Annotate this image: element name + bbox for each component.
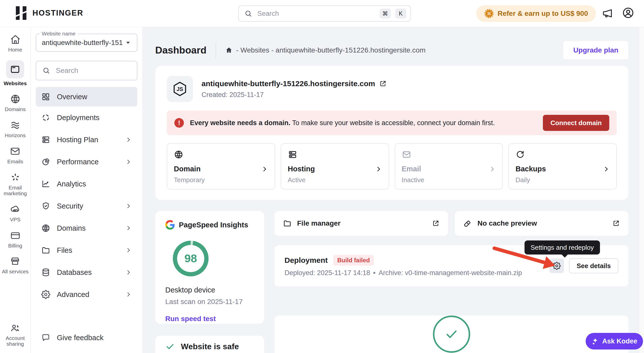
sparkle-icon <box>10 172 21 183</box>
see-details-button[interactable]: See details <box>569 258 618 273</box>
rail-item-home[interactable]: Home <box>8 34 22 53</box>
rail-item-emails[interactable]: Emails <box>7 146 23 165</box>
tile-hosting[interactable]: Hosting Active <box>281 143 389 189</box>
external-link-icon[interactable] <box>379 80 387 87</box>
home-icon <box>225 46 233 54</box>
no-cache-preview-card[interactable]: No cache preview <box>455 211 628 236</box>
server-stack-icon <box>41 135 50 144</box>
chevron-right-icon <box>261 166 268 173</box>
overview-grid-icon <box>41 92 50 101</box>
gear-icon <box>553 262 561 270</box>
sidebar-item-overview[interactable]: Overview <box>36 87 137 107</box>
rail-label: All services <box>2 269 28 275</box>
deployment-title: Deployment <box>285 256 328 265</box>
folder-icon <box>41 246 50 255</box>
success-check-icon <box>433 316 470 353</box>
folder-icon <box>283 219 292 228</box>
page-scrollbar[interactable] <box>639 27 644 353</box>
rail-item-account-sharing[interactable]: Account sharing <box>1 323 29 347</box>
give-feedback-button[interactable]: Give feedback <box>36 330 137 345</box>
waves-icon <box>10 120 21 130</box>
active-rail-highlight <box>6 60 24 78</box>
website-overview-card: JS antiquewhite-butterfly-151226.hosting… <box>155 66 628 200</box>
rail-item-horizons[interactable]: Horizons <box>5 120 26 138</box>
hostinger-hpanel: HOSTINGER ⌘ K Refer & earn up to US$ 900 <box>0 0 644 353</box>
feedback-label: Give feedback <box>57 334 103 342</box>
rail-label: Emails <box>7 159 23 165</box>
file-manager-card[interactable]: File manager <box>274 211 448 236</box>
alert-title: Every website needs a domain. <box>190 119 290 127</box>
upgrade-plan-button[interactable]: Upgrade plan <box>563 41 628 60</box>
hostinger-logo[interactable]: HOSTINGER <box>14 6 83 21</box>
tile-status: Inactive <box>402 176 496 184</box>
sidebar-item-label: Advanced <box>57 290 89 299</box>
rail-item-email-marketing[interactable]: Email marketing <box>1 172 29 196</box>
tile-backups[interactable]: Backups Daily <box>508 143 617 189</box>
rail-item-domains[interactable]: Domains <box>5 94 26 112</box>
run-speed-test-link[interactable]: Run speed test <box>165 315 216 323</box>
tile-domain[interactable]: Domain Temporary <box>167 143 275 189</box>
rail-item-websites[interactable]: Websites <box>4 60 27 86</box>
nodejs-site-icon: JS <box>167 76 193 102</box>
search-icon <box>244 10 252 18</box>
sidebar-menu: Overview Deployments Hosting Plan <box>36 87 137 306</box>
envelope-icon <box>402 150 496 159</box>
ask-kodee-button[interactable]: Ask Kodee <box>586 333 643 349</box>
cloud-server-icon <box>10 204 21 215</box>
sidebar-item-analytics[interactable]: Analytics <box>36 173 137 195</box>
pagespeed-device: Desktop device <box>165 286 254 294</box>
chevron-right-icon <box>125 269 132 276</box>
rail-label: VPS <box>10 217 20 223</box>
chevron-right-icon <box>489 166 496 173</box>
announcements-megaphone-icon[interactable] <box>602 8 613 19</box>
file-manager-label: File manager <box>297 219 341 227</box>
breadcrumb: - Websites - antiquewhite-butterfly-1512… <box>225 46 426 54</box>
tile-status: Temporary <box>174 176 268 184</box>
sidebar-search-input[interactable] <box>55 66 147 75</box>
deployments-icon <box>41 113 50 122</box>
sidebar-item-label: Deployments <box>57 114 99 122</box>
alert-text: Every website needs a domain. To make su… <box>190 119 495 127</box>
sidebar-item-performance[interactable]: Performance <box>36 151 137 173</box>
website-sidebar: Website name antiquewhite-butterfly-151 <box>31 27 143 353</box>
check-icon <box>165 342 175 351</box>
deployment-settings-button[interactable] <box>549 259 564 273</box>
rail-item-all-services[interactable]: All services <box>2 256 28 275</box>
account-menu-icon[interactable] <box>622 7 634 19</box>
sidebar-item-domains[interactable]: Domains <box>36 217 137 239</box>
site-created-date: Created: 2025-11-17 <box>202 91 387 99</box>
chevron-right-icon <box>375 166 382 173</box>
sidebar-item-databases[interactable]: Databases <box>36 261 137 283</box>
global-search[interactable]: ⌘ K <box>238 6 411 22</box>
sidebar-item-deployments[interactable]: Deployments <box>36 107 137 129</box>
connect-domain-button[interactable]: Connect domain <box>543 115 609 131</box>
sidebar-search[interactable] <box>36 61 137 80</box>
tile-email[interactable]: Email Inactive <box>395 143 503 189</box>
rail-item-billing[interactable]: Billing <box>8 230 22 249</box>
rail-label: Account sharing <box>1 335 29 347</box>
eraser-icon <box>463 219 472 228</box>
website-name-select[interactable]: Website name antiquewhite-butterfly-151 <box>36 34 137 52</box>
pie-chart-icon <box>41 157 50 166</box>
refer-earn-button[interactable]: Refer & earn up to US$ 900 <box>476 5 596 22</box>
breadcrumb-text: - Websites - antiquewhite-butterfly-1512… <box>236 46 426 54</box>
page-title: Dashboard <box>155 45 207 56</box>
rail-item-vps[interactable]: VPS <box>10 204 20 223</box>
sidebar-item-security[interactable]: Security <box>36 195 137 217</box>
rail-label: Email marketing <box>1 185 29 196</box>
browser-window-icon <box>10 64 20 75</box>
pagespeed-title: PageSpeed Insights <box>179 221 248 229</box>
pagespeed-last-scan: Last scan on 2025-11-17 <box>165 298 254 306</box>
sidebar-item-label: Performance <box>57 158 99 166</box>
search-input[interactable] <box>257 10 375 18</box>
chat-bubble-icon <box>41 333 50 342</box>
sidebar-item-advanced[interactable]: Advanced <box>36 283 137 306</box>
hostinger-logo-icon <box>14 6 28 21</box>
sidebar-item-hosting-plan[interactable]: Hosting Plan <box>36 129 137 151</box>
server-stack-icon <box>288 150 382 159</box>
shield-check-icon <box>41 201 50 211</box>
people-icon <box>10 323 21 333</box>
page-header: Dashboard - Websites - antiquewhite-butt… <box>155 41 628 60</box>
sidebar-item-files[interactable]: Files <box>36 239 137 261</box>
chevron-right-icon <box>603 166 610 173</box>
